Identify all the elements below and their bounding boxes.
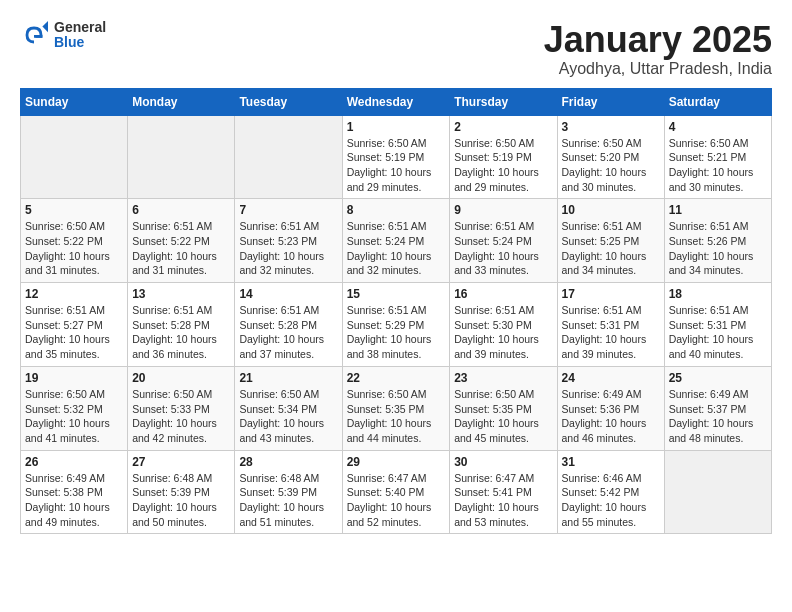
calendar-cell: 4Sunrise: 6:50 AM Sunset: 5:21 PM Daylig… <box>664 115 771 199</box>
day-number: 20 <box>132 371 230 385</box>
calendar-cell: 31Sunrise: 6:46 AM Sunset: 5:42 PM Dayli… <box>557 450 664 534</box>
logo-general-text: General <box>54 20 106 35</box>
day-number: 5 <box>25 203 123 217</box>
day-info: Sunrise: 6:48 AM Sunset: 5:39 PM Dayligh… <box>132 471 230 530</box>
day-number: 26 <box>25 455 123 469</box>
day-number: 9 <box>454 203 552 217</box>
day-number: 28 <box>239 455 337 469</box>
calendar-cell: 13Sunrise: 6:51 AM Sunset: 5:28 PM Dayli… <box>128 283 235 367</box>
day-info: Sunrise: 6:50 AM Sunset: 5:33 PM Dayligh… <box>132 387 230 446</box>
day-info: Sunrise: 6:51 AM Sunset: 5:27 PM Dayligh… <box>25 303 123 362</box>
calendar-cell: 18Sunrise: 6:51 AM Sunset: 5:31 PM Dayli… <box>664 283 771 367</box>
calendar-cell: 28Sunrise: 6:48 AM Sunset: 5:39 PM Dayli… <box>235 450 342 534</box>
title-block: January 2025 Ayodhya, Uttar Pradesh, Ind… <box>544 20 772 78</box>
day-number: 29 <box>347 455 446 469</box>
day-number: 12 <box>25 287 123 301</box>
day-info: Sunrise: 6:47 AM Sunset: 5:41 PM Dayligh… <box>454 471 552 530</box>
calendar-cell: 19Sunrise: 6:50 AM Sunset: 5:32 PM Dayli… <box>21 366 128 450</box>
calendar-cell: 6Sunrise: 6:51 AM Sunset: 5:22 PM Daylig… <box>128 199 235 283</box>
calendar-table: SundayMondayTuesdayWednesdayThursdayFrid… <box>20 88 772 535</box>
calendar-week-row: 12Sunrise: 6:51 AM Sunset: 5:27 PM Dayli… <box>21 283 772 367</box>
calendar-cell: 22Sunrise: 6:50 AM Sunset: 5:35 PM Dayli… <box>342 366 450 450</box>
calendar-cell <box>21 115 128 199</box>
day-info: Sunrise: 6:51 AM Sunset: 5:28 PM Dayligh… <box>132 303 230 362</box>
day-info: Sunrise: 6:49 AM Sunset: 5:38 PM Dayligh… <box>25 471 123 530</box>
calendar-cell: 3Sunrise: 6:50 AM Sunset: 5:20 PM Daylig… <box>557 115 664 199</box>
calendar-cell: 15Sunrise: 6:51 AM Sunset: 5:29 PM Dayli… <box>342 283 450 367</box>
day-info: Sunrise: 6:50 AM Sunset: 5:35 PM Dayligh… <box>347 387 446 446</box>
day-info: Sunrise: 6:51 AM Sunset: 5:31 PM Dayligh… <box>669 303 767 362</box>
logo-blue-text: Blue <box>54 35 106 50</box>
day-of-week-header: Thursday <box>450 88 557 115</box>
day-number: 14 <box>239 287 337 301</box>
calendar-cell: 26Sunrise: 6:49 AM Sunset: 5:38 PM Dayli… <box>21 450 128 534</box>
calendar-cell: 7Sunrise: 6:51 AM Sunset: 5:23 PM Daylig… <box>235 199 342 283</box>
calendar-cell: 17Sunrise: 6:51 AM Sunset: 5:31 PM Dayli… <box>557 283 664 367</box>
calendar-cell: 25Sunrise: 6:49 AM Sunset: 5:37 PM Dayli… <box>664 366 771 450</box>
day-info: Sunrise: 6:50 AM Sunset: 5:32 PM Dayligh… <box>25 387 123 446</box>
calendar-cell: 12Sunrise: 6:51 AM Sunset: 5:27 PM Dayli… <box>21 283 128 367</box>
day-info: Sunrise: 6:50 AM Sunset: 5:34 PM Dayligh… <box>239 387 337 446</box>
day-info: Sunrise: 6:49 AM Sunset: 5:36 PM Dayligh… <box>562 387 660 446</box>
day-number: 21 <box>239 371 337 385</box>
day-info: Sunrise: 6:47 AM Sunset: 5:40 PM Dayligh… <box>347 471 446 530</box>
page-header: General Blue January 2025 Ayodhya, Uttar… <box>20 20 772 78</box>
day-number: 19 <box>25 371 123 385</box>
day-info: Sunrise: 6:51 AM Sunset: 5:23 PM Dayligh… <box>239 219 337 278</box>
calendar-cell: 10Sunrise: 6:51 AM Sunset: 5:25 PM Dayli… <box>557 199 664 283</box>
calendar-cell: 30Sunrise: 6:47 AM Sunset: 5:41 PM Dayli… <box>450 450 557 534</box>
day-number: 11 <box>669 203 767 217</box>
day-info: Sunrise: 6:46 AM Sunset: 5:42 PM Dayligh… <box>562 471 660 530</box>
calendar-body: 1Sunrise: 6:50 AM Sunset: 5:19 PM Daylig… <box>21 115 772 534</box>
day-number: 7 <box>239 203 337 217</box>
calendar-week-row: 26Sunrise: 6:49 AM Sunset: 5:38 PM Dayli… <box>21 450 772 534</box>
day-number: 15 <box>347 287 446 301</box>
calendar-subtitle: Ayodhya, Uttar Pradesh, India <box>544 60 772 78</box>
calendar-cell <box>128 115 235 199</box>
day-number: 1 <box>347 120 446 134</box>
day-info: Sunrise: 6:49 AM Sunset: 5:37 PM Dayligh… <box>669 387 767 446</box>
day-number: 25 <box>669 371 767 385</box>
calendar-cell <box>235 115 342 199</box>
day-number: 22 <box>347 371 446 385</box>
day-number: 8 <box>347 203 446 217</box>
day-info: Sunrise: 6:51 AM Sunset: 5:29 PM Dayligh… <box>347 303 446 362</box>
logo-text: General Blue <box>54 20 106 51</box>
day-info: Sunrise: 6:50 AM Sunset: 5:21 PM Dayligh… <box>669 136 767 195</box>
calendar-cell: 20Sunrise: 6:50 AM Sunset: 5:33 PM Dayli… <box>128 366 235 450</box>
day-number: 18 <box>669 287 767 301</box>
calendar-cell: 24Sunrise: 6:49 AM Sunset: 5:36 PM Dayli… <box>557 366 664 450</box>
logo: General Blue <box>20 20 106 51</box>
calendar-cell: 23Sunrise: 6:50 AM Sunset: 5:35 PM Dayli… <box>450 366 557 450</box>
calendar-cell <box>664 450 771 534</box>
calendar-cell: 8Sunrise: 6:51 AM Sunset: 5:24 PM Daylig… <box>342 199 450 283</box>
calendar-cell: 16Sunrise: 6:51 AM Sunset: 5:30 PM Dayli… <box>450 283 557 367</box>
calendar-title: January 2025 <box>544 20 772 60</box>
calendar-cell: 27Sunrise: 6:48 AM Sunset: 5:39 PM Dayli… <box>128 450 235 534</box>
day-number: 6 <box>132 203 230 217</box>
day-info: Sunrise: 6:51 AM Sunset: 5:24 PM Dayligh… <box>454 219 552 278</box>
calendar-week-row: 1Sunrise: 6:50 AM Sunset: 5:19 PM Daylig… <box>21 115 772 199</box>
day-number: 23 <box>454 371 552 385</box>
day-number: 24 <box>562 371 660 385</box>
day-info: Sunrise: 6:50 AM Sunset: 5:35 PM Dayligh… <box>454 387 552 446</box>
day-number: 17 <box>562 287 660 301</box>
calendar-cell: 21Sunrise: 6:50 AM Sunset: 5:34 PM Dayli… <box>235 366 342 450</box>
calendar-cell: 2Sunrise: 6:50 AM Sunset: 5:19 PM Daylig… <box>450 115 557 199</box>
day-info: Sunrise: 6:51 AM Sunset: 5:30 PM Dayligh… <box>454 303 552 362</box>
day-info: Sunrise: 6:50 AM Sunset: 5:22 PM Dayligh… <box>25 219 123 278</box>
day-info: Sunrise: 6:50 AM Sunset: 5:19 PM Dayligh… <box>454 136 552 195</box>
day-number: 10 <box>562 203 660 217</box>
day-of-week-header: Wednesday <box>342 88 450 115</box>
calendar-header: SundayMondayTuesdayWednesdayThursdayFrid… <box>21 88 772 115</box>
day-number: 30 <box>454 455 552 469</box>
calendar-cell: 14Sunrise: 6:51 AM Sunset: 5:28 PM Dayli… <box>235 283 342 367</box>
day-number: 13 <box>132 287 230 301</box>
day-of-week-header: Saturday <box>664 88 771 115</box>
day-info: Sunrise: 6:51 AM Sunset: 5:25 PM Dayligh… <box>562 219 660 278</box>
logo-icon <box>20 21 48 49</box>
day-info: Sunrise: 6:51 AM Sunset: 5:31 PM Dayligh… <box>562 303 660 362</box>
calendar-cell: 5Sunrise: 6:50 AM Sunset: 5:22 PM Daylig… <box>21 199 128 283</box>
day-number: 3 <box>562 120 660 134</box>
day-number: 4 <box>669 120 767 134</box>
